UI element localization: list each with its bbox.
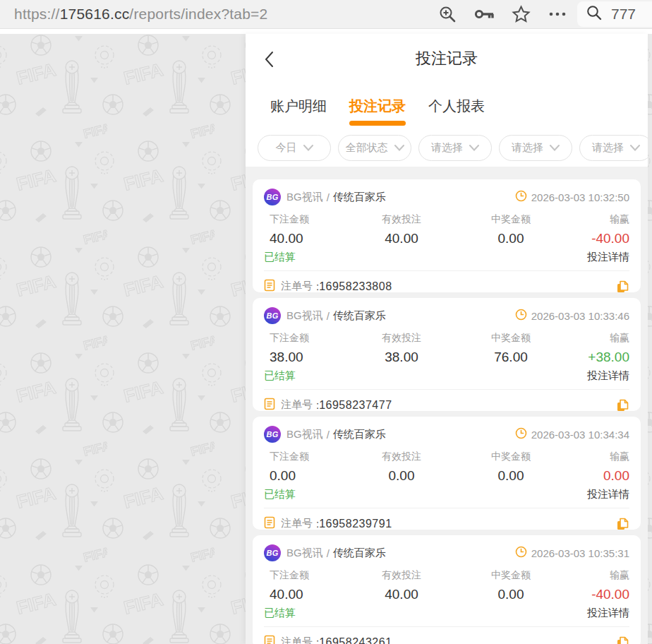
bet-detail-link[interactable]: 投注详情 [587,369,629,383]
provider-name: BG视讯 [286,309,323,323]
clock-icon [515,427,527,441]
column-header-profit: 输赢 [567,451,629,463]
chevron-down-icon [303,145,313,151]
copy-icon[interactable] [616,398,629,412]
status-badge: 已结算 [264,369,296,383]
order-doc-icon [264,635,275,644]
column-header-valid: 有效投注 [349,569,454,582]
order-number-label: 注单号 [281,398,313,412]
column-header-profit: 输赢 [567,332,629,345]
star-icon[interactable] [512,5,531,23]
order-number-label: 注单号 [281,636,313,644]
profit-value: -40.00 [567,587,629,602]
profit-value: -40.00 [567,231,629,246]
bet-time: 2026-03-03 10:33:46 [531,310,629,322]
bet-amount: 0.00 [264,468,349,484]
column-header-valid: 有效投注 [349,213,454,226]
chevron-down-icon [550,145,560,151]
chevron-down-icon [630,145,640,151]
filter-status-select[interactable]: 全部状态 [338,135,411,161]
bet-time: 2026-03-03 10:34:34 [531,429,629,441]
records-list: BG BG视讯 / 传统百家乐 2026-03-03 10:32:50 下注金额… [246,167,648,644]
key-icon[interactable] [473,5,495,23]
provider-game-separator: / [327,191,330,203]
bet-record-card: BG BG视讯 / 传统百家乐 2026-03-03 10:34:34 下注金额… [253,417,641,530]
game-name: 传统百家乐 [333,547,386,560]
column-header-win: 中奖金额 [454,213,567,226]
order-number: 16958243261 [319,636,392,644]
column-header-bet: 下注金额 [264,332,349,345]
provider-logo-text: BG [266,193,278,201]
chevron-down-icon [394,145,404,151]
column-header-profit: 输赢 [567,213,629,226]
order-number-label: 注单号 [281,280,313,293]
valid-bet-amount: 0.00 [349,468,454,484]
win-amount: 0.00 [454,231,567,246]
filter-select-5[interactable]: 请选择 [579,135,648,161]
provider-logo: BG [264,426,281,443]
profit-value: 0.00 [567,468,629,484]
find-bar[interactable]: 777 [577,1,652,27]
find-query-text[interactable]: 777 [611,6,636,23]
browser-address-bar: https://175616.cc/reports/index?tab=2 77… [0,0,652,29]
more-icon[interactable] [548,5,567,23]
tab-bet-records[interactable]: 投注记录 [349,97,406,116]
back-button[interactable] [264,51,274,71]
provider-name: BG视讯 [286,547,323,560]
filter-select-3[interactable]: 请选择 [418,135,492,161]
url-text[interactable]: https://175616.cc/reports/index?tab=2 [14,6,267,23]
filter-label: 全部状态 [346,141,388,155]
provider-logo-text: BG [266,430,278,439]
status-badge: 已结算 [264,607,296,620]
win-amount: 0.00 [454,587,567,602]
status-badge: 已结算 [264,488,296,501]
bet-detail-link[interactable]: 投注详情 [587,607,629,620]
url-scheme: https:// [14,6,60,22]
bet-detail-link[interactable]: 投注详情 [587,488,629,501]
bet-amount: 38.00 [264,350,349,365]
column-header-bet: 下注金额 [264,451,349,463]
url-domain: 175616.cc [60,6,130,22]
win-amount: 76.00 [454,350,567,365]
copy-icon[interactable] [616,517,629,531]
filter-date-select[interactable]: 今日 [258,135,331,161]
valid-bet-amount: 40.00 [349,231,454,246]
game-name: 传统百家乐 [333,309,386,323]
order-number: 16958239791 [319,518,392,530]
provider-logo: BG [264,544,281,561]
panel-header: 投注记录 [246,34,648,83]
url-path: /reports/index?tab=2 [129,6,267,22]
order-number-label: 注单号 [281,517,313,530]
provider-name: BG视讯 [286,191,323,204]
bet-amount: 40.00 [264,587,349,602]
filter-select-4[interactable]: 请选择 [499,135,572,161]
order-number: 16958233808 [319,280,392,293]
tab-personal-report[interactable]: 个人报表 [428,97,485,116]
tab-account-detail[interactable]: 账户明细 [270,97,327,116]
column-header-profit: 输赢 [567,569,629,582]
order-doc-icon [264,516,275,531]
page-title: 投注记录 [416,48,478,69]
bet-time: 2026-03-03 10:35:31 [531,547,629,559]
valid-bet-amount: 40.00 [349,587,454,602]
provider-logo-text: BG [266,311,278,320]
game-name: 传统百家乐 [333,428,386,441]
filter-label: 请选择 [431,141,463,155]
column-header-bet: 下注金额 [264,569,349,582]
filter-label: 请选择 [512,141,543,155]
bet-time: 2026-03-03 10:32:50 [531,191,629,203]
chevron-down-icon [469,145,479,151]
provider-game-separator: / [327,310,330,322]
column-header-win: 中奖金额 [454,332,567,345]
column-header-valid: 有效投注 [349,451,454,463]
bet-detail-link[interactable]: 投注详情 [587,251,629,264]
zoom-in-icon[interactable] [438,5,457,23]
status-badge: 已结算 [264,251,296,264]
order-doc-icon [264,279,275,294]
game-name: 传统百家乐 [333,191,386,204]
clock-icon [515,190,527,204]
profit-value: +38.00 [567,350,629,365]
copy-icon[interactable] [616,280,629,294]
win-amount: 0.00 [454,468,567,484]
copy-icon[interactable] [616,636,629,644]
